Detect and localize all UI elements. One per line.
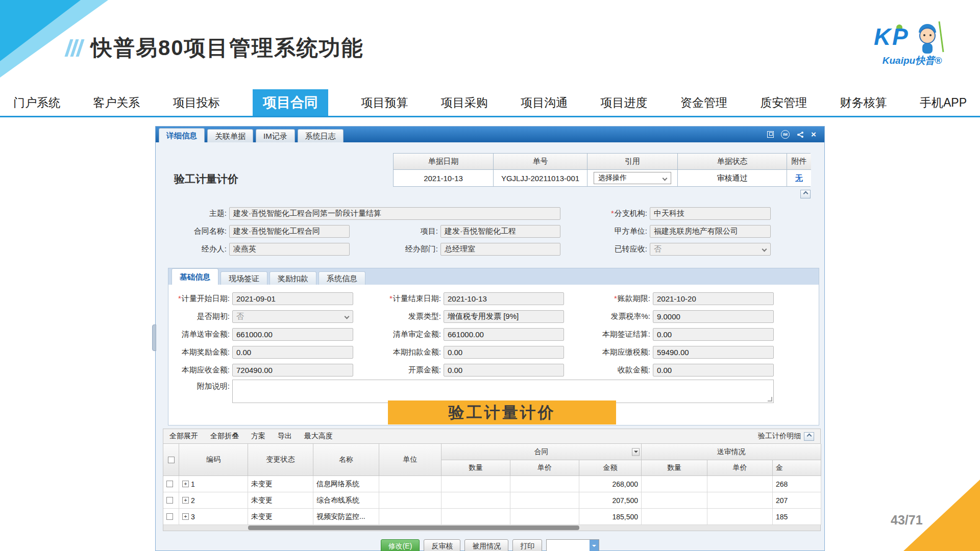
contract-name-input[interactable]: 建发·吾悦智能化工程合同 (229, 225, 350, 238)
party-a-input[interactable]: 福建兆联房地产有限公司 (650, 225, 771, 238)
expand-row-icon[interactable] (182, 481, 189, 487)
measure-end-date-input[interactable]: 2021-10-13 (444, 292, 564, 305)
invoiced-amount-input[interactable]: 0.00 (444, 364, 564, 377)
unit-cell[interactable] (379, 476, 442, 492)
qty-cell[interactable] (442, 492, 510, 509)
nav-item-communication[interactable]: 项目沟通 (521, 95, 568, 111)
tab-system-log[interactable]: 系统日志 (298, 129, 344, 142)
code-cell[interactable]: 3 (179, 509, 248, 525)
side-collapse-handle[interactable] (152, 324, 156, 351)
attachment-link[interactable]: 无 (795, 173, 803, 183)
max-height-link[interactable]: 最大高度 (304, 432, 333, 441)
nav-item-finance[interactable]: 财务核算 (840, 95, 887, 111)
change-status-cell[interactable]: 未变更 (248, 492, 313, 509)
column-options-button[interactable] (632, 448, 640, 456)
row-checkbox[interactable] (166, 513, 173, 520)
tab-im-records[interactable]: IM记录 (256, 129, 295, 142)
im-icon[interactable]: IM (781, 130, 790, 139)
nav-item-progress[interactable]: 项目进度 (601, 95, 648, 111)
select-all-checkbox[interactable] (168, 457, 175, 463)
name-cell[interactable]: 综合布线系统 (313, 492, 379, 509)
received-amount-input[interactable]: 0.00 (653, 364, 774, 377)
share-icon[interactable] (797, 131, 804, 138)
reference-select[interactable]: 选择操作 (594, 172, 671, 184)
unaudit-button[interactable]: 反审核 (424, 539, 460, 551)
unit-cell[interactable] (379, 509, 442, 525)
subtab-site-visa[interactable]: 现场签证 (220, 271, 267, 285)
name-cell[interactable]: 信息网络系统 (313, 476, 379, 492)
period-deduction-amount-input[interactable]: 0.00 (444, 346, 564, 359)
nav-item-quality[interactable]: 质安管理 (760, 95, 807, 111)
modify-button[interactable]: 修改(E) (381, 539, 420, 551)
agent-dept-input[interactable]: 总经理室 (440, 243, 560, 256)
row-checkbox[interactable] (166, 497, 173, 504)
tab-detail-info[interactable]: 详细信息 (159, 128, 205, 142)
subtab-reward-deduction[interactable]: 奖励扣款 (270, 271, 316, 285)
invoice-tax-rate-input[interactable]: 9.0000 (653, 310, 774, 323)
amount-cell[interactable]: 185,500 (579, 509, 642, 525)
period-receivable-amount-input[interactable]: 720490.00 (232, 364, 353, 377)
amount-cell[interactable]: 268,000 (579, 476, 642, 492)
review-qty-cell[interactable] (642, 492, 707, 509)
list-submitted-amount-input[interactable]: 661000.00 (232, 328, 353, 341)
agent-input[interactable]: 凌燕英 (229, 243, 350, 256)
scheme-link[interactable]: 方案 (251, 432, 265, 441)
subtab-basic-info[interactable]: 基础信息 (172, 268, 218, 285)
chevron-down-icon[interactable] (590, 540, 599, 551)
subject-input[interactable]: 建发·吾悦智能化工程合同第一阶段计量结算 (229, 207, 560, 220)
initial-period-select[interactable]: 否 (232, 310, 353, 323)
name-cell[interactable]: 视频安防监控... (313, 509, 379, 525)
change-status-cell[interactable]: 未变更 (248, 509, 313, 525)
price-cell[interactable] (510, 509, 579, 525)
review-amount-cell[interactable]: 268 (773, 476, 821, 492)
export-link[interactable]: 导出 (278, 432, 292, 441)
scrollbar-thumb[interactable] (248, 525, 579, 530)
print-button[interactable]: 打印 (512, 539, 542, 551)
payment-deadline-input[interactable]: 2021-10-20 (653, 292, 774, 305)
review-price-cell[interactable] (707, 476, 773, 492)
expand-row-icon[interactable] (182, 497, 189, 504)
more-actions-combobox[interactable] (546, 539, 599, 551)
fullscreen-icon[interactable] (767, 131, 774, 138)
transferred-receivable-select[interactable]: 否 (650, 243, 771, 256)
subtab-system-info[interactable]: 系统信息 (318, 271, 365, 285)
nav-item-mobile-app[interactable]: 手机APP (920, 95, 967, 111)
expand-all-link[interactable]: 全部展开 (169, 432, 198, 441)
review-amount-cell[interactable]: 185 (773, 509, 821, 525)
tab-related-docs[interactable]: 关联单据 (207, 129, 253, 142)
project-input[interactable]: 建发·吾悦智能化工程 (440, 225, 560, 238)
invoice-type-input[interactable]: 增值税专用发票 [9%] (444, 310, 564, 323)
nav-item-portal[interactable]: 门户系统 (13, 95, 60, 111)
additional-note-textarea[interactable] (232, 380, 774, 403)
change-status-cell[interactable]: 未变更 (248, 476, 313, 492)
review-price-cell[interactable] (707, 492, 773, 509)
qty-cell[interactable] (442, 476, 510, 492)
collapse-grid-chip[interactable] (804, 432, 814, 441)
review-price-cell[interactable] (707, 509, 773, 525)
period-tax-payable-input[interactable]: 59490.00 (653, 346, 774, 359)
nav-item-budget[interactable]: 项目预算 (361, 95, 408, 111)
expand-row-icon[interactable] (182, 513, 189, 520)
price-cell[interactable] (510, 476, 579, 492)
nav-item-bidding[interactable]: 项目投标 (173, 95, 220, 111)
horizontal-scrollbar[interactable] (163, 525, 821, 531)
collapse-all-link[interactable]: 全部折叠 (210, 432, 239, 441)
period-reward-amount-input[interactable]: 0.00 (232, 346, 353, 359)
review-qty-cell[interactable] (642, 476, 707, 492)
branch-input[interactable]: 中天科技 (650, 207, 771, 220)
nav-item-funds[interactable]: 资金管理 (680, 95, 727, 111)
nav-item-contract[interactable]: 项目合同 (253, 89, 328, 116)
unit-cell[interactable] (379, 492, 442, 509)
row-checkbox[interactable] (166, 481, 173, 487)
nav-item-crm[interactable]: 客户关系 (93, 95, 140, 111)
usage-status-button[interactable]: 被用情况 (464, 539, 508, 551)
close-icon[interactable]: × (811, 130, 816, 139)
review-amount-cell[interactable]: 207 (773, 492, 821, 509)
period-visa-settlement-input[interactable]: 0.00 (653, 328, 774, 341)
code-cell[interactable]: 1 (179, 476, 248, 492)
review-qty-cell[interactable] (642, 509, 707, 525)
qty-cell[interactable] (442, 509, 510, 525)
amount-cell[interactable]: 207,500 (579, 492, 642, 509)
nav-item-procurement[interactable]: 项目采购 (441, 95, 488, 111)
measure-start-date-input[interactable]: 2021-09-01 (232, 292, 353, 305)
